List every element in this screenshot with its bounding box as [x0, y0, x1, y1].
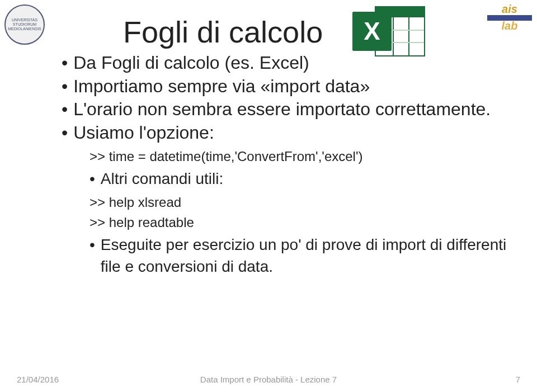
bullet-dot-icon: • — [90, 234, 95, 277]
bullet-text: Eseguite per esercizio un po' di prove d… — [101, 234, 515, 277]
seal-text: UNIVERSITAS STUDIORUM MEDIOLANIENSIS — [6, 18, 44, 31]
bullet-dot-icon: • — [62, 75, 68, 98]
bullet-dot-icon: • — [62, 121, 68, 145]
bullet-text: Altri comandi utili: — [101, 168, 223, 190]
aislab-logo: ais lab — [488, 4, 531, 36]
bullet-item: • L'orario non sembra essere importato c… — [62, 98, 515, 121]
excel-x-badge: X — [352, 12, 392, 51]
slide: UNIVERSITAS STUDIORUM MEDIOLANIENSIS ais… — [0, 0, 537, 392]
slide-footer: 21/04/2016 Data Import e Probabilità - L… — [0, 375, 537, 384]
aislab-text-top: ais — [502, 4, 517, 14]
bullet-text: Da Fogli di calcolo (es. Excel) — [73, 51, 309, 75]
code-line: >> time = datetime(time,'ConvertFrom','e… — [90, 149, 515, 164]
bullet-text: L'orario non sembra essere importato cor… — [73, 98, 491, 121]
bullet-dot-icon: • — [62, 98, 68, 121]
footer-date: 21/04/2016 — [17, 375, 59, 384]
slide-title: Fogli di calcolo — [123, 15, 515, 49]
university-seal: UNIVERSITAS STUDIORUM MEDIOLANIENSIS — [4, 4, 45, 45]
bullet-text: Usiamo l'opzione: — [73, 121, 214, 145]
aislab-text-bottom: lab — [502, 20, 518, 32]
bullet-item: • Usiamo l'opzione: — [62, 121, 515, 145]
excel-icon: X — [352, 3, 425, 59]
bullet-item: • Eseguite per esercizio un po' di prove… — [90, 234, 515, 277]
bullet-item: • Altri comandi utili: — [90, 168, 515, 190]
bullet-text: Importiamo sempre via «import data» — [73, 75, 370, 98]
code-line: >> help readtable — [90, 215, 515, 230]
footer-center: Data Import e Probabilità - Lezione 7 — [200, 375, 337, 384]
footer-page-number: 7 — [516, 375, 520, 384]
bullet-item: • Importiamo sempre via «import data» — [62, 75, 515, 98]
bullet-item: • Da Fogli di calcolo (es. Excel) — [62, 51, 515, 75]
slide-content: • Da Fogli di calcolo (es. Excel) • Impo… — [50, 51, 515, 277]
bullet-dot-icon: • — [90, 168, 95, 190]
code-line: >> help xlsread — [90, 195, 515, 210]
bullet-dot-icon: • — [62, 51, 68, 75]
